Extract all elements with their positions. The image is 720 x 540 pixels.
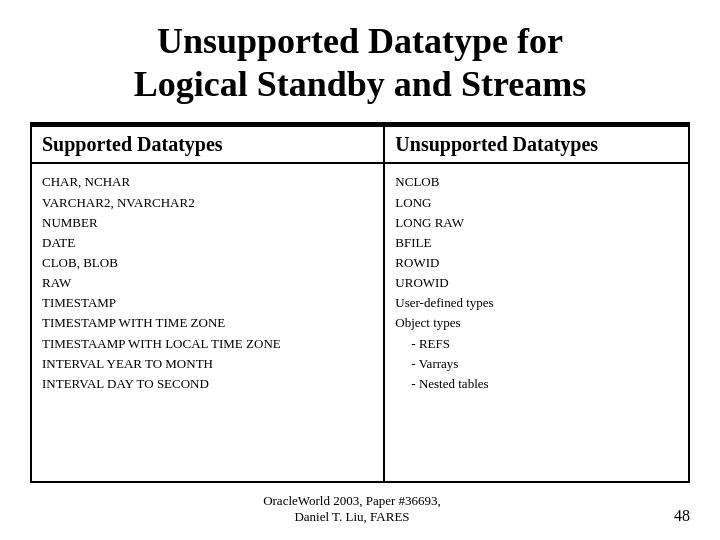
- title-line2: Logical Standby and Streams: [134, 64, 586, 104]
- supported-list: CHAR, NCHARVARCHAR2, NVARCHAR2NUMBERDATE…: [42, 172, 373, 394]
- page: Unsupported Datatype for Logical Standby…: [0, 0, 720, 540]
- col2-header: Unsupported Datatypes: [384, 126, 689, 163]
- footer-center: OracleWorld 2003, Paper #36693,Daniel T.…: [30, 493, 674, 525]
- list-item: RAW: [42, 273, 373, 293]
- footer-citation: OracleWorld 2003, Paper #36693,Daniel T.…: [263, 493, 441, 524]
- slide-title: Unsupported Datatype for Logical Standby…: [30, 20, 690, 106]
- list-item: INTERVAL YEAR TO MONTH: [42, 354, 373, 374]
- list-item: NCLOB: [395, 172, 678, 192]
- unsupported-datatypes-cell: NCLOBLONGLONG RAWBFILEROWIDUROWIDUser-de…: [384, 163, 689, 482]
- list-item: BFILE: [395, 233, 678, 253]
- list-item: DATE: [42, 233, 373, 253]
- list-item: TIMESTAMP WITH TIME ZONE: [42, 313, 373, 333]
- page-number: 48: [674, 507, 690, 525]
- list-item: LONG RAW: [395, 213, 678, 233]
- unsupported-list: NCLOBLONGLONG RAWBFILEROWIDUROWIDUser-de…: [395, 172, 678, 394]
- list-item: NUMBER: [42, 213, 373, 233]
- list-item: Object types: [395, 313, 678, 333]
- col1-header: Supported Datatypes: [31, 126, 384, 163]
- list-item: UROWID: [395, 273, 678, 293]
- list-item: INTERVAL DAY TO SECOND: [42, 374, 373, 394]
- footer: OracleWorld 2003, Paper #36693,Daniel T.…: [30, 493, 690, 525]
- list-item: CHAR, NCHAR: [42, 172, 373, 192]
- list-item: User-defined types: [395, 293, 678, 313]
- list-item: - REFS: [395, 334, 678, 354]
- list-item: VARCHAR2, NVARCHAR2: [42, 193, 373, 213]
- list-item: CLOB, BLOB: [42, 253, 373, 273]
- supported-datatypes-cell: CHAR, NCHARVARCHAR2, NVARCHAR2NUMBERDATE…: [31, 163, 384, 482]
- list-item: LONG: [395, 193, 678, 213]
- list-item: - Varrays: [395, 354, 678, 374]
- list-item: TIMESTAAMP WITH LOCAL TIME ZONE: [42, 334, 373, 354]
- list-item: TIMESTAMP: [42, 293, 373, 313]
- title-line1: Unsupported Datatype for: [157, 21, 563, 61]
- list-item: ROWID: [395, 253, 678, 273]
- list-item: - Nested tables: [395, 374, 678, 394]
- datatypes-table: Supported Datatypes Unsupported Datatype…: [30, 125, 690, 483]
